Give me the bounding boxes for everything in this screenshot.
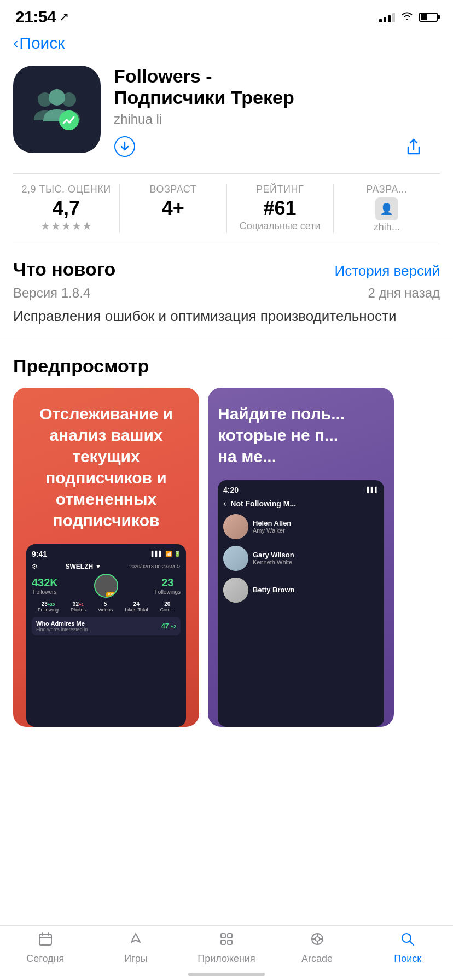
rating-reviews-label: 2,9 ТЫС. ОЦЕНКИ — [22, 184, 111, 195]
version-number: Версия 1.8.4 — [13, 285, 90, 301]
mini-phone-1: 9:41 ▌▌▌ 📶 🔋 ⚙ SWELZH ▼ 2020/02/18 00:23… — [26, 544, 186, 727]
wifi-icon — [400, 11, 414, 24]
mini-phone-2: 4:20 ▌▌▌ ‹ Not Following M... Helen Alle… — [218, 480, 384, 727]
preview-card-1-text: Отслеживание и анализ ваших текущих подп… — [26, 403, 186, 531]
status-time: 21:54 — [15, 8, 56, 26]
app-actions — [114, 136, 440, 162]
tab-search-label: Поиск — [394, 953, 421, 965]
whats-new-header: Что нового История версий — [13, 259, 440, 280]
preview-title: Предпросмотр — [13, 355, 440, 377]
svg-point-13 — [315, 937, 320, 941]
tab-today[interactable]: Сегодня — [0, 931, 91, 965]
svg-rect-11 — [228, 940, 232, 944]
tab-today-label: Сегодня — [26, 953, 64, 965]
apps-icon — [219, 931, 234, 950]
version-row: Версия 1.8.4 2 дня назад — [13, 285, 440, 301]
version-date: 2 дня назад — [368, 285, 440, 301]
back-label[interactable]: Поиск — [19, 34, 65, 52]
games-icon — [128, 931, 143, 950]
svg-point-3 — [59, 110, 79, 130]
signal-bar-3 — [388, 15, 391, 22]
status-icons — [379, 11, 438, 24]
preview-section: Предпросмотр Отслеживание и анализ ваших… — [0, 340, 453, 727]
rating-developer-label: РАЗРА... — [366, 184, 407, 195]
svg-rect-7 — [48, 932, 49, 936]
tab-bar: Сегодня Игры Приложения — [0, 925, 453, 980]
today-icon — [38, 931, 53, 950]
back-navigation[interactable]: ‹ Поиск — [0, 30, 453, 59]
share-button[interactable] — [404, 137, 423, 161]
tab-arcade-label: Arcade — [301, 953, 333, 965]
svg-rect-8 — [221, 934, 225, 938]
location-icon: ↗ — [59, 10, 69, 24]
tab-games[interactable]: Игры — [91, 931, 182, 965]
rating-age: ВОЗРАСТ 4+ — [120, 184, 226, 233]
tab-arcade[interactable]: Arcade — [272, 931, 363, 965]
rating-developer-sub: zhih... — [374, 221, 400, 233]
svg-rect-5 — [39, 934, 51, 945]
preview-card-1[interactable]: Отслеживание и анализ ваших текущих подп… — [13, 388, 199, 727]
battery-icon — [419, 13, 438, 22]
download-button[interactable] — [114, 136, 136, 162]
whats-new-title: Что нового — [13, 259, 115, 280]
app-header: Followers -Подписчики Трекер zhihua li — [0, 59, 453, 173]
ratings-bar: 2,9 ТЫС. ОЦЕНКИ 4,7 ★★★★★ ВОЗРАСТ 4+ РЕЙ… — [13, 173, 440, 243]
signal-bar-1 — [379, 19, 382, 22]
signal-bar-2 — [384, 18, 386, 22]
signal-bar-4 — [392, 13, 395, 22]
signal-bars — [379, 11, 395, 22]
app-name: Followers -Подписчики Трекер — [114, 66, 440, 108]
svg-rect-10 — [221, 940, 225, 944]
preview-card-2-text: Найдите поль...которые не п...на ме... — [218, 403, 384, 467]
preview-scroll[interactable]: Отслеживание и анализ ваших текущих подп… — [13, 388, 440, 727]
app-icon — [13, 66, 101, 153]
tab-search[interactable]: Поиск — [362, 931, 453, 965]
tab-apps-label: Приложения — [198, 953, 255, 965]
app-icon-svg — [24, 77, 90, 142]
rating-chart-value: #61 — [264, 197, 297, 219]
status-bar: 21:54 ↗ — [0, 0, 453, 30]
rating-chart-label: РЕЙТИНГ — [256, 184, 304, 195]
mini-time-2: 4:20 — [223, 486, 239, 494]
rating-chart: РЕЙТИНГ #61 Социальные сети — [227, 184, 334, 233]
back-chevron-icon: ‹ — [13, 34, 18, 52]
mini-time-1: 9:41 — [32, 550, 47, 558]
svg-line-19 — [410, 942, 414, 946]
whats-new-section: Что нового История версий Версия 1.8.4 2… — [0, 243, 453, 340]
app-author: zhihua li — [114, 112, 440, 127]
svg-rect-6 — [42, 932, 43, 936]
rating-age-label: ВОЗРАСТ — [150, 184, 197, 195]
developer-avatar: 👤 — [375, 197, 398, 220]
svg-point-2 — [49, 89, 65, 106]
arcade-icon — [310, 931, 325, 950]
version-description: Исправления ошибок и оптимизация произво… — [13, 306, 440, 326]
rating-age-value: 4+ — [162, 197, 184, 219]
svg-rect-9 — [228, 934, 232, 938]
search-icon — [400, 931, 415, 950]
home-indicator — [188, 973, 265, 976]
history-link[interactable]: История версий — [334, 262, 440, 279]
tab-apps[interactable]: Приложения — [181, 931, 272, 965]
rating-stars: ★★★★★ — [40, 219, 92, 232]
tab-games-label: Игры — [124, 953, 147, 965]
rating-reviews-value: 4,7 — [53, 197, 80, 219]
svg-point-18 — [402, 934, 411, 942]
app-info: Followers -Подписчики Трекер zhihua li — [114, 66, 440, 162]
rating-developer: РАЗРА... 👤 zhih... — [334, 184, 440, 233]
rating-chart-sub: Социальные сети — [240, 220, 321, 232]
rating-reviews: 2,9 ТЫС. ОЦЕНКИ 4,7 ★★★★★ — [13, 184, 120, 233]
preview-card-2[interactable]: Найдите поль...которые не п...на ме... 4… — [208, 388, 394, 727]
